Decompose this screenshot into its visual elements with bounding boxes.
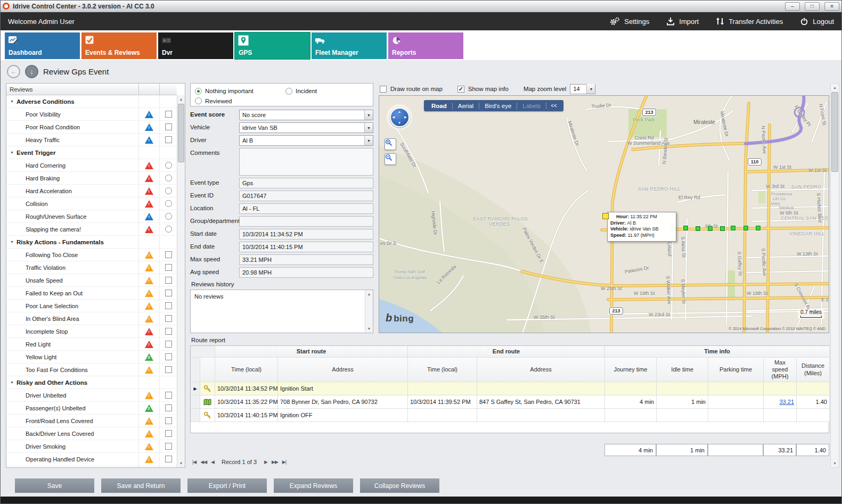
route-start-marker[interactable]: [602, 213, 609, 219]
route-point-marker[interactable]: [720, 226, 725, 231]
tab-events-reviews[interactable]: Events & Reviews: [81, 32, 157, 59]
map-view-bird-s-eye[interactable]: Bird's eye: [479, 103, 517, 109]
tab-reports[interactable]: Reports: [388, 32, 463, 59]
classification-option-nothing-important[interactable]: Nothing important: [195, 86, 285, 96]
collapse-icon[interactable]: [10, 151, 17, 154]
event-type-field[interactable]: Gps: [239, 178, 373, 188]
classification-option-incident[interactable]: Incident: [285, 86, 349, 96]
pager-next-button[interactable]: ▶: [264, 459, 267, 465]
collapse-reviews-button[interactable]: Collapse Reviews: [360, 478, 439, 493]
review-item-checkbox[interactable]: [165, 417, 172, 424]
review-item-checkbox[interactable]: [165, 111, 172, 118]
reviews-scrollbar[interactable]: [177, 95, 185, 467]
review-item-checkbox[interactable]: [165, 302, 172, 309]
save-and-return-button[interactable]: Save and Return: [101, 478, 181, 493]
collapse-icon[interactable]: [10, 240, 17, 244]
nav-action-import[interactable]: Import: [666, 17, 699, 26]
review-item-checkbox[interactable]: [165, 123, 172, 130]
save-button[interactable]: Save: [15, 478, 94, 493]
route-table-row[interactable]: 10/3/2014 11:40:15 PMIgnition OFF: [191, 409, 829, 422]
nav-action-transfer-activities[interactable]: Transfer Activities: [716, 17, 783, 26]
group-department-field[interactable]: [239, 216, 373, 227]
pager-next-page-button[interactable]: ▶▶: [272, 459, 278, 465]
export-print-button[interactable]: Export / Print: [187, 478, 267, 493]
route-point-marker[interactable]: [708, 226, 713, 231]
tab-fleet-manager[interactable]: Fleet Manager: [312, 32, 387, 59]
review-item-radio[interactable]: [165, 187, 172, 194]
max-speed-link[interactable]: 33.21: [779, 399, 794, 405]
avg-speed-field[interactable]: 20.98 MPH: [239, 267, 373, 278]
bing-map[interactable]: Trudie DrPeck ParkW Summerland AveMirale…: [379, 95, 829, 333]
review-item-radio[interactable]: [165, 162, 172, 169]
nav-action-settings[interactable]: Settings: [609, 17, 649, 26]
route-point-marker[interactable]: [683, 226, 688, 230]
tab-dashboard[interactable]: Dashboard: [5, 32, 80, 59]
end-date-field[interactable]: 10/3/2014 11:40:15 PM: [239, 242, 373, 252]
review-item-checkbox[interactable]: [165, 277, 172, 284]
map-compass-control[interactable]: [387, 104, 412, 130]
review-item-radio[interactable]: [165, 200, 172, 207]
event-id-field[interactable]: G017647: [239, 191, 373, 201]
scroll-up-icon[interactable]: [365, 290, 373, 298]
pan-east-icon[interactable]: [404, 115, 407, 119]
collapse-icon[interactable]: [10, 100, 17, 103]
comments-textarea[interactable]: [239, 148, 373, 176]
review-item-radio[interactable]: [165, 213, 172, 220]
review-item-radio[interactable]: [165, 226, 172, 233]
pan-north-icon[interactable]: [398, 110, 401, 113]
draw-route-checkbox[interactable]: [380, 86, 387, 93]
driver-select[interactable]: Al B: [239, 135, 373, 146]
review-item-radio[interactable]: [165, 175, 172, 181]
scroll-up-icon[interactable]: [831, 84, 839, 92]
route-point-marker[interactable]: [743, 226, 748, 230]
review-item-checkbox[interactable]: [165, 443, 172, 450]
pager-first-button[interactable]: |◀: [192, 459, 196, 465]
close-button[interactable]: [824, 2, 839, 11]
review-item-checkbox[interactable]: [165, 251, 172, 258]
map-zoom-select[interactable]: 14: [570, 84, 595, 94]
zoom-out-button[interactable]: [385, 153, 396, 165]
reviews-history-scrollbar[interactable]: [365, 290, 373, 333]
review-item-checkbox[interactable]: [165, 290, 172, 296]
map-view-road[interactable]: Road: [426, 103, 453, 109]
tab-dvr[interactable]: Dvr: [158, 32, 233, 59]
route-point-marker[interactable]: [731, 226, 735, 230]
scroll-down-icon[interactable]: [831, 459, 839, 467]
back-button[interactable]: [7, 65, 20, 78]
minimize-button[interactable]: [785, 2, 800, 11]
pager-last-button[interactable]: ▶|: [282, 459, 286, 465]
expand-reviews-button[interactable]: Expand Reviews: [274, 478, 353, 493]
review-item-checkbox[interactable]: [165, 456, 172, 462]
maximize-button[interactable]: [805, 2, 820, 11]
map-bar-collapse-button[interactable]: <<: [546, 103, 561, 109]
route-point-marker[interactable]: [696, 226, 700, 231]
pager-prev-button[interactable]: ◀: [211, 459, 214, 465]
review-item-checkbox[interactable]: [165, 341, 172, 348]
review-item-checkbox[interactable]: [165, 328, 172, 335]
review-item-checkbox[interactable]: [165, 315, 172, 322]
review-item-checkbox[interactable]: [165, 430, 172, 437]
pan-south-icon[interactable]: [398, 121, 401, 125]
collapse-icon[interactable]: [10, 381, 17, 384]
scroll-down-icon[interactable]: [365, 325, 373, 333]
main-scrollbar[interactable]: [830, 83, 839, 468]
pager-prev-page-button[interactable]: ◀◀: [200, 459, 207, 465]
review-item-checkbox[interactable]: [165, 392, 172, 399]
scrollbar-thumb[interactable]: [178, 104, 184, 162]
collapse-page-button[interactable]: [25, 65, 38, 78]
route-table-row[interactable]: 10/3/2014 11:35:22 PM708 Bynner Dr, San …: [191, 395, 829, 409]
pan-west-icon[interactable]: [393, 115, 395, 119]
event-score-select[interactable]: No score: [239, 110, 373, 120]
scroll-down-icon[interactable]: [177, 459, 185, 467]
show-map-info-checkbox[interactable]: [457, 86, 464, 93]
review-item-checkbox[interactable]: [165, 136, 172, 143]
scrollbar-thumb[interactable]: [831, 92, 838, 172]
tab-gps[interactable]: GPS: [235, 32, 310, 59]
review-item-checkbox[interactable]: [165, 264, 172, 271]
max-speed-field[interactable]: 33.21 MPH: [239, 254, 373, 265]
map-view-aerial[interactable]: Aerial: [453, 103, 479, 109]
route-point-marker[interactable]: [756, 226, 761, 230]
review-item-checkbox[interactable]: [165, 366, 172, 373]
location-field[interactable]: Al - FL: [239, 203, 373, 214]
route-table-row[interactable]: 10/3/2014 11:34:52 PMIgnition Start: [191, 382, 829, 395]
